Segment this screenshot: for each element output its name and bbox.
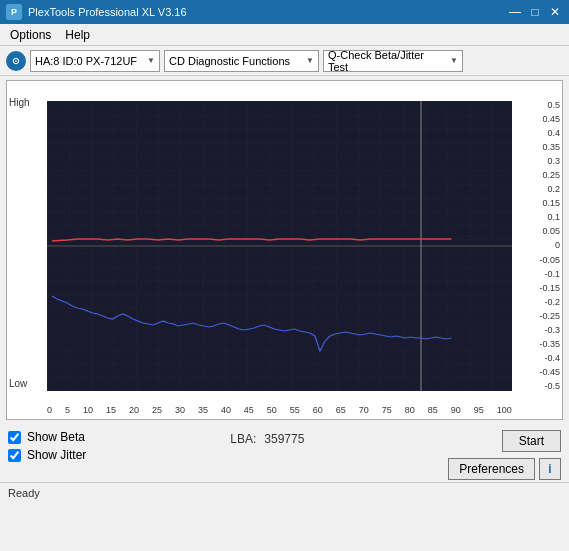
y-label-1: 0.45 [516, 115, 560, 124]
test-dropdown-arrow: ▼ [450, 56, 458, 65]
x-label-75: 75 [382, 405, 392, 415]
lba-info: LBA: 359775 [230, 430, 304, 446]
x-label-85: 85 [428, 405, 438, 415]
x-axis-labels: 0 5 10 15 20 25 30 35 40 45 50 55 60 65 … [47, 405, 512, 415]
y-label-12: -0.1 [516, 270, 560, 279]
x-label-100: 100 [497, 405, 512, 415]
x-label-15: 15 [106, 405, 116, 415]
start-button[interactable]: Start [502, 430, 561, 452]
y-label-11: -0.05 [516, 256, 560, 265]
x-label-65: 65 [336, 405, 346, 415]
close-button[interactable]: ✕ [547, 4, 563, 20]
title-text: PlexTools Professional XL V3.16 [28, 6, 187, 18]
x-label-45: 45 [244, 405, 254, 415]
chart-area: High Low 0.5 0.45 0.4 0.35 0.3 0.25 0.2 … [6, 80, 563, 420]
test-label: Q-Check Beta/Jitter Test [328, 49, 446, 73]
title-bar: P PlexTools Professional XL V3.16 — □ ✕ [0, 0, 569, 24]
actions-column: Start Preferences i [448, 430, 561, 480]
y-label-18: -0.4 [516, 354, 560, 363]
y-label-5: 0.25 [516, 171, 560, 180]
minimize-button[interactable]: — [507, 4, 523, 20]
y-label-0: 0.5 [516, 101, 560, 110]
x-label-5: 5 [65, 405, 70, 415]
x-label-80: 80 [405, 405, 415, 415]
x-label-60: 60 [313, 405, 323, 415]
x-label-20: 20 [129, 405, 139, 415]
title-bar-controls: — □ ✕ [507, 4, 563, 20]
show-beta-checkbox[interactable] [8, 431, 21, 444]
checkboxes-column: Show Beta Show Jitter [8, 430, 86, 462]
show-beta-label: Show Beta [27, 430, 85, 444]
y-label-3: 0.35 [516, 143, 560, 152]
y-label-4: 0.3 [516, 157, 560, 166]
test-dropdown[interactable]: Q-Check Beta/Jitter Test ▼ [323, 50, 463, 72]
show-jitter-label: Show Jitter [27, 448, 86, 462]
y-label-8: 0.1 [516, 213, 560, 222]
function-dropdown-arrow: ▼ [306, 56, 314, 65]
x-label-10: 10 [83, 405, 93, 415]
y-label-20: -0.5 [516, 382, 560, 391]
y-label-13: -0.15 [516, 284, 560, 293]
menu-bar: Options Help [0, 24, 569, 46]
x-label-70: 70 [359, 405, 369, 415]
y-label-2: 0.4 [516, 129, 560, 138]
drive-icon: ⊙ [6, 51, 26, 71]
show-jitter-row: Show Jitter [8, 448, 86, 462]
menu-help[interactable]: Help [59, 26, 96, 44]
x-label-55: 55 [290, 405, 300, 415]
show-beta-row: Show Beta [8, 430, 86, 444]
title-bar-left: P PlexTools Professional XL V3.16 [6, 4, 187, 20]
x-label-35: 35 [198, 405, 208, 415]
y-label-10: 0 [516, 241, 560, 250]
info-button[interactable]: i [539, 458, 561, 480]
function-label: CD Diagnostic Functions [169, 55, 290, 67]
drive-dropdown-arrow: ▼ [147, 56, 155, 65]
lba-value: 359775 [264, 432, 304, 446]
y-label-15: -0.25 [516, 312, 560, 321]
y-label-16: -0.3 [516, 326, 560, 335]
x-label-40: 40 [221, 405, 231, 415]
y-label-9: 0.05 [516, 227, 560, 236]
x-label-30: 30 [175, 405, 185, 415]
status-text: Ready [8, 487, 40, 499]
drive-selector: ⊙ HA:8 ID:0 PX-712UF ▼ [6, 50, 160, 72]
app-icon: P [6, 4, 22, 20]
y-label-14: -0.2 [516, 298, 560, 307]
y-label-17: -0.35 [516, 340, 560, 349]
drive-label: HA:8 ID:0 PX-712UF [35, 55, 137, 67]
prefs-info-row: Preferences i [448, 458, 561, 480]
y-label-19: -0.45 [516, 368, 560, 377]
chart-low-label: Low [9, 378, 27, 389]
x-label-90: 90 [451, 405, 461, 415]
toolbar: ⊙ HA:8 ID:0 PX-712UF ▼ CD Diagnostic Fun… [0, 46, 569, 76]
x-label-50: 50 [267, 405, 277, 415]
maximize-button[interactable]: □ [527, 4, 543, 20]
preferences-button[interactable]: Preferences [448, 458, 535, 480]
chart-plot [47, 101, 512, 391]
status-bar: Ready [0, 482, 569, 502]
x-label-95: 95 [474, 405, 484, 415]
y-axis-labels: 0.5 0.45 0.4 0.35 0.3 0.25 0.2 0.15 0.1 … [516, 101, 560, 391]
menu-options[interactable]: Options [4, 26, 57, 44]
y-label-7: 0.15 [516, 199, 560, 208]
show-jitter-checkbox[interactable] [8, 449, 21, 462]
bottom-controls: Show Beta Show Jitter LBA: 359775 Start … [0, 424, 569, 482]
y-label-6: 0.2 [516, 185, 560, 194]
drive-dropdown[interactable]: HA:8 ID:0 PX-712UF ▼ [30, 50, 160, 72]
x-label-25: 25 [152, 405, 162, 415]
x-label-0: 0 [47, 405, 52, 415]
chart-high-label: High [9, 97, 30, 108]
function-dropdown[interactable]: CD Diagnostic Functions ▼ [164, 50, 319, 72]
lba-label: LBA: [230, 432, 256, 446]
chart-svg [47, 101, 512, 391]
